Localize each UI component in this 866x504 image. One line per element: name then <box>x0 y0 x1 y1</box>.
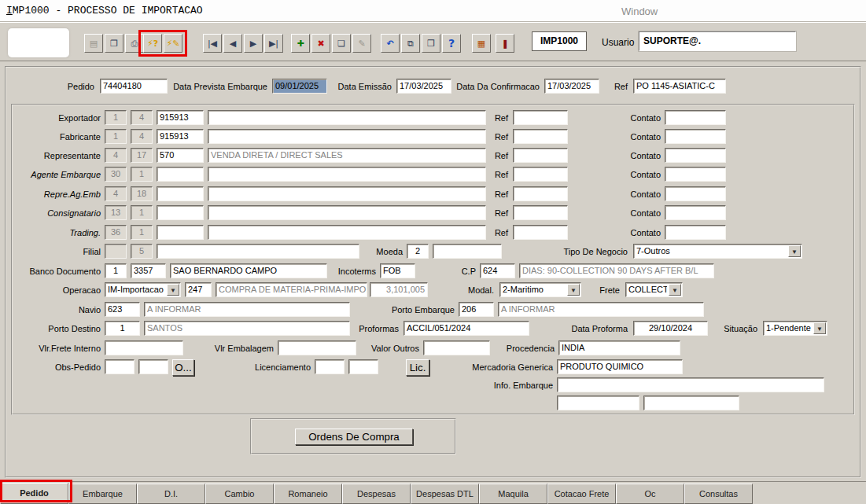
entity-ref-field[interactable] <box>513 110 568 125</box>
data-proforma-field[interactable]: 29/10/2024 <box>633 321 708 336</box>
obs-button[interactable]: O... <box>172 359 194 376</box>
entity-code-field[interactable] <box>157 167 204 182</box>
tab-romaneio[interactable]: Romaneio <box>274 484 342 504</box>
insert-record-button[interactable]: ✚ <box>291 34 310 53</box>
entity-code-field[interactable] <box>157 186 204 201</box>
data-prevista-field[interactable]: 09/01/2025 <box>272 79 327 94</box>
clear-record-button[interactable]: ✎ <box>352 34 371 53</box>
banco-c1-field[interactable]: 1 <box>105 263 127 278</box>
ref-header-field[interactable]: PO 1145-ASIATIC-C <box>633 79 726 94</box>
entity-contato-field[interactable] <box>665 225 726 240</box>
usuario-field[interactable]: SUPORTE@. <box>639 31 796 51</box>
banco-c2-field[interactable]: 3357 <box>131 263 166 278</box>
chevron-down-icon[interactable]: ▼ <box>669 284 681 296</box>
filial-c1-field[interactable] <box>105 244 127 259</box>
obs-f2-field[interactable] <box>138 359 168 374</box>
entity-seq-field[interactable]: 4 <box>131 129 153 144</box>
procedencia-field[interactable]: INDIA <box>558 340 680 355</box>
entity-contato-field[interactable] <box>665 148 726 163</box>
entity-type-field[interactable]: 30 <box>105 167 127 182</box>
last-record-button[interactable]: ▶| <box>264 34 283 53</box>
enter-query-button[interactable]: ⚡? <box>143 34 162 53</box>
entity-ref-field[interactable] <box>513 148 568 163</box>
tab-consultas[interactable]: Consultas <box>684 484 753 504</box>
porto-embarque-code-field[interactable]: 206 <box>459 302 494 317</box>
tipo-negocio-select[interactable]: 7-Outros ▼ <box>633 244 802 259</box>
entity-code-field[interactable]: 570 <box>157 148 204 163</box>
lic-f2-field[interactable] <box>348 359 378 374</box>
mercadoria-field[interactable]: PRODUTO QUIMICO <box>557 359 683 374</box>
exit-button[interactable]: ❚ <box>496 34 514 53</box>
entity-name-field[interactable] <box>208 205 486 220</box>
lic-f1-field[interactable] <box>315 359 345 374</box>
entity-ref-field[interactable] <box>513 129 568 144</box>
vlr-frete-field[interactable] <box>105 340 183 355</box>
valor-outros-field[interactable] <box>423 340 490 355</box>
modal-select[interactable]: 2-Maritimo ▼ <box>499 282 581 297</box>
entity-seq-field[interactable]: 18 <box>131 186 153 201</box>
entity-code-field[interactable] <box>157 205 204 220</box>
tab-despesas-dtl[interactable]: Despesas DTL <box>411 484 479 504</box>
paste-button[interactable]: ⧉ <box>401 34 420 53</box>
proformas-field[interactable]: ACCIL/051/2024 <box>404 321 529 336</box>
entity-ref-field[interactable] <box>513 167 568 182</box>
extra-field-1[interactable] <box>557 395 639 410</box>
window-button[interactable]: ❐ <box>105 34 123 53</box>
entity-type-field[interactable]: 36 <box>105 225 127 240</box>
entity-seq-field[interactable]: 1 <box>131 167 153 182</box>
operacao-select[interactable]: IM-Importacao ▼ <box>105 282 181 297</box>
tab-cotacao-frete[interactable]: Cotacao Frete <box>547 484 616 504</box>
previous-record-button[interactable]: ◀ <box>223 34 242 53</box>
entity-contato-field[interactable] <box>665 205 726 220</box>
banco-name-field[interactable]: SAO BERNARDO CAMPO <box>170 263 327 278</box>
print-button[interactable]: ⎙ <box>125 34 144 53</box>
entity-name-field[interactable] <box>208 110 486 125</box>
lic-button[interactable]: Lic. <box>406 359 429 376</box>
tab-di[interactable]: D.I. <box>137 484 205 504</box>
tab-oc[interactable]: Oc <box>616 484 684 504</box>
extra-field-2[interactable] <box>643 395 739 410</box>
tab-despesas[interactable]: Despesas <box>342 484 411 504</box>
situacao-select[interactable]: 1-Pendente ▼ <box>763 321 827 336</box>
entity-contato-field[interactable] <box>665 129 726 144</box>
entity-type-field[interactable]: 4 <box>105 148 127 163</box>
entity-seq-field[interactable]: 1 <box>131 205 153 220</box>
entity-name-field[interactable] <box>208 167 486 182</box>
entity-seq-field[interactable]: 1 <box>131 225 153 240</box>
tab-embarque[interactable]: Embarque <box>68 484 137 504</box>
cp-desc-field[interactable]: DIAS: 90-COLLECTION 90 DAYS AFTER B/L <box>519 263 714 278</box>
operacao-valor-field[interactable]: 3,101,005 <box>370 282 428 297</box>
tab-pedido[interactable]: Pedido <box>0 483 68 504</box>
operacao-desc-field[interactable]: COMPRA DE MATERIA-PRIMA-IMPORTA( <box>216 282 367 297</box>
entity-name-field[interactable]: VENDA DIRETA / DIRECT SALES <box>208 148 486 163</box>
entity-name-field[interactable] <box>208 225 486 240</box>
find-record-button[interactable]: ❏ <box>332 34 351 53</box>
entity-code-field[interactable]: 915913 <box>157 110 204 125</box>
incoterms-field[interactable]: FOB <box>380 263 415 278</box>
entity-type-field[interactable]: 4 <box>105 186 127 201</box>
delete-record-button[interactable]: ✖ <box>311 34 330 53</box>
execute-query-button[interactable]: ⚡✎ <box>164 34 182 53</box>
save-button[interactable]: ▤ <box>84 34 103 53</box>
navio-name-field[interactable]: A INFORMAR <box>144 302 350 317</box>
data-confirmacao-field[interactable]: 17/03/2025 <box>544 79 599 94</box>
vlr-embalagem-field[interactable] <box>278 340 356 355</box>
chevron-down-icon[interactable]: ▼ <box>567 284 580 296</box>
first-record-button[interactable]: |◀ <box>203 34 222 53</box>
frete-select[interactable]: COLLECT ▼ <box>625 282 683 297</box>
entity-contato-field[interactable] <box>665 186 726 201</box>
next-record-button[interactable]: ▶ <box>244 34 263 53</box>
filial-c2-field[interactable]: 5 <box>131 244 153 259</box>
entity-contato-field[interactable] <box>665 167 726 182</box>
moeda-name-field[interactable] <box>433 244 502 259</box>
entity-type-field[interactable]: 13 <box>105 205 127 220</box>
help-button[interactable]: ? <box>442 34 461 53</box>
entity-type-field[interactable]: 1 <box>105 110 127 125</box>
entity-ref-field[interactable] <box>513 225 568 240</box>
moeda-field[interactable]: 2 <box>407 244 429 259</box>
operacao-code-field[interactable]: 247 <box>185 282 212 297</box>
porto-embarque-name-field[interactable]: A INFORMAR <box>498 302 704 317</box>
pedido-field[interactable]: 74404180 <box>100 79 168 94</box>
window-menu[interactable]: Window <box>621 6 658 17</box>
window-list-button[interactable]: ❒ <box>422 34 440 53</box>
